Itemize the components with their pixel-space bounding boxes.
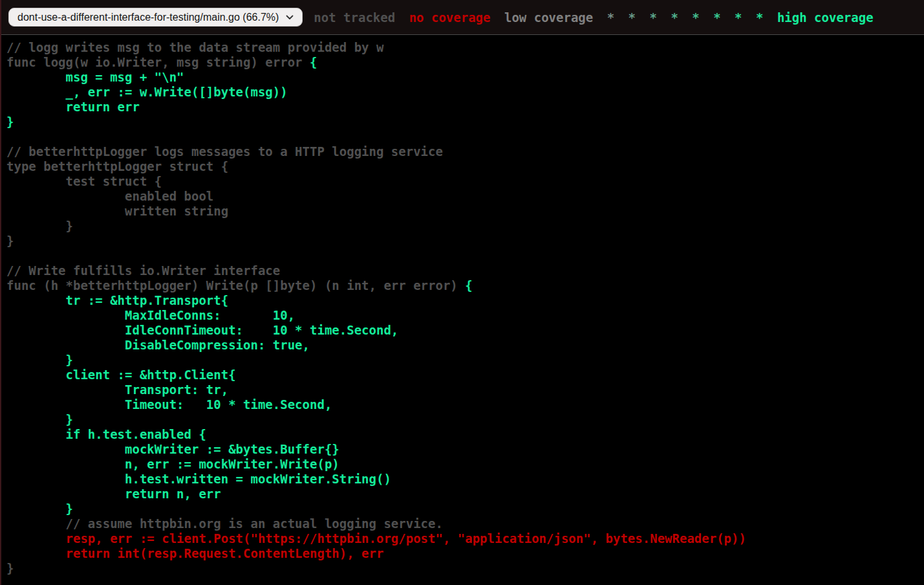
code-line: _, err := w.Write([]byte(msg))	[6, 85, 924, 100]
code-segment-cov10: h.test.written = mockWriter.String()	[6, 472, 391, 486]
file-select-value: dont-use-a-different-interface-for-testi…	[17, 12, 279, 23]
code-line: if h.test.enabled {	[6, 427, 924, 442]
coverage-legend: not tracked no coverage low coverage * *…	[310, 10, 924, 25]
code-line: client := &http.Client{	[6, 368, 924, 382]
left-edge-stripe	[0, 0, 1, 585]
code-line: n, err := mockWriter.Write(p)	[6, 457, 924, 472]
code-segment-cov10: DisableCompression: true,	[6, 338, 310, 352]
code-segment-cov10: mockWriter := &bytes.Buffer{}	[6, 442, 339, 456]
code-line: test struct {	[6, 174, 924, 189]
code-line: func logg(w io.Writer, msg string) error…	[6, 55, 924, 70]
code-line: resp, err := client.Post("https://httpbi…	[6, 531, 924, 546]
code-segment-untracked: }	[6, 219, 73, 233]
code-segment-untracked: test struct {	[6, 174, 162, 188]
code-line: MaxIdleConns: 10,	[6, 308, 924, 323]
code-segment-cov10: IdleConnTimeout: 10 * time.Second,	[6, 323, 398, 337]
legend-item-cov9: *	[756, 10, 763, 25]
code-segment-cov0: resp, err := client.Post("https://httpbi…	[6, 531, 746, 546]
code-line: }	[6, 219, 924, 234]
code-line: return err	[6, 100, 924, 115]
code-segment-untracked: }	[6, 561, 14, 575]
code-line: }	[6, 115, 924, 129]
code-segment-cov10: {	[310, 55, 317, 69]
code-segment-untracked: // logg writes msg to the data stream pr…	[6, 40, 383, 54]
code-segment-untracked: written string	[6, 204, 228, 218]
code-segment-cov10: return err	[6, 100, 140, 114]
code-line: Transport: tr,	[6, 382, 924, 397]
code-segment-cov10: _, err := w.Write([]byte(msg))	[6, 85, 288, 99]
code-segment-untracked: enabled bool	[6, 189, 213, 203]
topbar: dont-use-a-different-interface-for-testi…	[0, 0, 924, 35]
code-line: h.test.written = mockWriter.String()	[6, 472, 924, 487]
legend-item-cov10: high coverage	[777, 10, 874, 25]
code-line: return int(resp.Request.ContentLength), …	[6, 546, 924, 561]
code-segment-untracked: func logg(w io.Writer, msg string) error	[6, 55, 310, 69]
code-segment-cov10: }	[6, 412, 73, 426]
code-segment-untracked: func (h *betterhttpLogger) Write(p []byt…	[6, 278, 465, 292]
code-line: }	[6, 234, 924, 248]
code-segment-cov10: }	[6, 353, 73, 367]
code-segment-cov10: MaxIdleConns: 10,	[6, 308, 295, 322]
code-segment-untracked: // assume httpbin.org is an actual loggi…	[6, 516, 443, 531]
legend-item-cov3: *	[629, 10, 636, 25]
file-select[interactable]: dont-use-a-different-interface-for-testi…	[8, 8, 303, 27]
code-line: return n, err	[6, 487, 924, 502]
code-segment-cov10: tr := &http.Transport{	[6, 293, 228, 307]
code-segment-cov0: return int(resp.Request.ContentLength), …	[6, 546, 383, 560]
code-segment-cov10: n, err := mockWriter.Write(p)	[6, 457, 339, 471]
code-line: tr := &http.Transport{	[6, 293, 924, 308]
legend-item-cov2: *	[607, 10, 614, 25]
code-line: }	[6, 412, 924, 427]
legend-item-cov8: *	[735, 10, 742, 25]
legend-item-cov6: *	[692, 10, 699, 25]
chevron-down-icon	[286, 15, 294, 20]
code-line: mockWriter := &bytes.Buffer{}	[6, 442, 924, 457]
code-line: Timeout: 10 * time.Second,	[6, 397, 924, 412]
code-line: enabled bool	[6, 189, 924, 204]
code-segment-cov10: {	[465, 278, 472, 292]
code-segment-cov10: Timeout: 10 * time.Second,	[6, 397, 332, 412]
code-segment-untracked: // Write fulfills io.Writer interface	[6, 263, 280, 278]
code-segment-untracked: // betterhttpLogger logs messages to a H…	[6, 144, 443, 159]
nav: dont-use-a-different-interface-for-testi…	[8, 8, 303, 27]
code-segment-untracked: type betterhttpLogger struct {	[6, 159, 228, 173]
code-segment-cov10: Transport: tr,	[6, 382, 228, 397]
code-line: // assume httpbin.org is an actual loggi…	[6, 516, 924, 531]
code-line: }	[6, 502, 924, 516]
code-line: DisableCompression: true,	[6, 338, 924, 353]
code-line	[6, 129, 924, 144]
source-code: // logg writes msg to the data stream pr…	[6, 40, 924, 576]
code-segment-cov10: if h.test.enabled {	[6, 427, 206, 441]
code-line	[6, 248, 924, 263]
code-line: // logg writes msg to the data stream pr…	[6, 40, 924, 55]
code-segment-cov10: }	[6, 502, 73, 516]
code-line: msg = msg + "\n"	[6, 70, 924, 85]
code-line: }	[6, 353, 924, 368]
legend-item-cov5: *	[671, 10, 678, 25]
legend-item-cov7: *	[713, 10, 720, 25]
code-segment-untracked: }	[6, 234, 14, 248]
code-segment-cov10: client := &http.Client{	[6, 368, 236, 382]
code-segment-cov10: return n, err	[6, 487, 221, 501]
code-segment-cov10: msg = msg + "\n"	[6, 70, 184, 84]
code-line: IdleConnTimeout: 10 * time.Second,	[6, 323, 924, 338]
code-line: // betterhttpLogger logs messages to a H…	[6, 144, 924, 159]
code-line: written string	[6, 204, 924, 219]
code-line: func (h *betterhttpLogger) Write(p []byt…	[6, 278, 924, 293]
legend-item-cov0: no coverage	[409, 10, 491, 25]
legend-item-cov1: low coverage	[504, 10, 593, 25]
legend-item-cov4: *	[649, 10, 656, 25]
code-line: }	[6, 561, 924, 576]
code-line: // Write fulfills io.Writer interface	[6, 263, 924, 278]
legend-item-untracked: not tracked	[314, 10, 395, 25]
code-line: type betterhttpLogger struct {	[6, 159, 924, 174]
code-segment-cov10: }	[6, 115, 14, 129]
